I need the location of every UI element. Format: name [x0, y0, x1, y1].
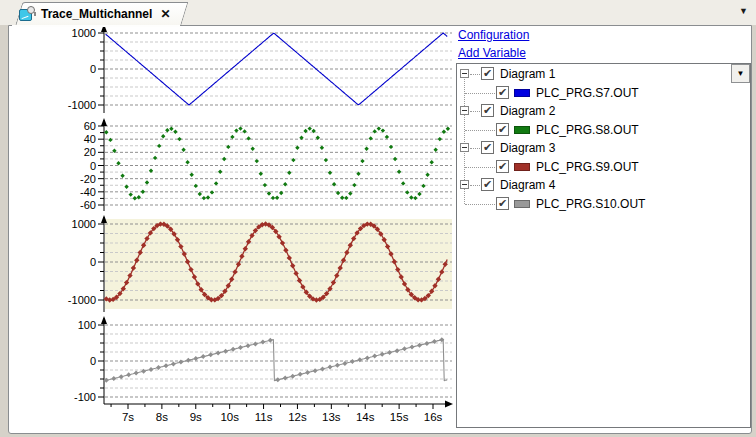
tab-close-icon[interactable]: ✕ [160, 8, 170, 20]
tab-trace-multichannel[interactable]: Trace_Multichannel ✕ [8, 2, 181, 26]
chevron-down-icon: ▼ [737, 69, 745, 78]
trace-icon [19, 6, 36, 22]
tree-item-plc-prg-s10-out[interactable]: ✔PLC_PRG.S10.OUT [457, 195, 750, 213]
dropdown-button[interactable]: ▼ [731, 64, 750, 83]
checkbox-diagram-2[interactable]: ✔ [481, 104, 494, 117]
tab-title: Trace_Multichannel [41, 7, 152, 21]
tree-item-label[interactable]: PLC_PRG.S10.OUT [536, 197, 645, 211]
tree-item-label[interactable]: Diagram 1 [500, 67, 555, 81]
tree-connector [465, 204, 495, 205]
tree-item-diagram-4[interactable]: ✔Diagram 4 [457, 176, 750, 194]
checkbox-plc-prg-s9-out[interactable]: ✔ [496, 160, 509, 173]
svg-text:40: 40 [84, 133, 96, 145]
svg-text:15s: 15s [390, 411, 409, 423]
tab-overflow-icon[interactable]: ▼ [739, 7, 748, 16]
svg-text:-20: -20 [80, 173, 96, 185]
svg-text:1000: 1000 [72, 27, 96, 39]
tab-strip: ▼ Trace_Multichannel ✕ [0, 0, 756, 25]
tree-item-plc-prg-s9-out[interactable]: ✔PLC_PRG.S9.OUT [457, 158, 750, 176]
svg-text:7s: 7s [122, 411, 134, 423]
tree-item-plc-prg-s7-out[interactable]: ✔PLC_PRG.S7.OUT [457, 84, 750, 102]
tree-connector [465, 130, 495, 131]
trace-window: ▼ Trace_Multichannel ✕ 10000-10006040200… [0, 0, 756, 437]
svg-text:60: 60 [84, 120, 96, 132]
checkbox-diagram-1[interactable]: ✔ [481, 67, 494, 80]
content-frame: 10000-10006040200-20-40-6010000-10001000… [8, 25, 752, 434]
color-swatch-plc-prg-s8-out [514, 126, 530, 134]
checkbox-plc-prg-s10-out[interactable]: ✔ [496, 197, 509, 210]
tree-connector [465, 167, 495, 168]
svg-text:13s: 13s [322, 411, 341, 423]
tree-item-plc-prg-s8-out[interactable]: ✔PLC_PRG.S8.OUT [457, 121, 750, 139]
svg-text:20: 20 [84, 146, 96, 158]
svg-text:-100: -100 [74, 391, 96, 403]
svg-text:16s: 16s [424, 411, 443, 423]
svg-text:-60: -60 [80, 199, 96, 211]
plot-diagram-3[interactable]: 10000-1000 [68, 215, 452, 312]
color-swatch-plc-prg-s10-out [514, 200, 530, 208]
variable-tree-panel: ▼ ✔Diagram 1✔PLC_PRG.S7.OUT✔Diagram 2✔PL… [456, 63, 751, 428]
svg-text:14s: 14s [356, 411, 375, 423]
tree-item-diagram-3[interactable]: ✔Diagram 3 [457, 139, 750, 157]
collapse-toggle-diagram-1[interactable] [460, 69, 469, 78]
tree-item-label[interactable]: Diagram 3 [500, 141, 555, 155]
plot-diagram-4[interactable]: 1000-100 [74, 316, 452, 404]
svg-text:0: 0 [90, 160, 96, 172]
svg-text:0: 0 [90, 355, 96, 367]
tree-connector [470, 185, 480, 186]
svg-text:0: 0 [90, 63, 96, 75]
color-swatch-plc-prg-s7-out [514, 89, 530, 97]
add-variable-link[interactable]: Add Variable [458, 46, 526, 60]
tab-content: Trace_Multichannel ✕ [19, 2, 179, 26]
tree-item-label[interactable]: Diagram 4 [500, 178, 555, 192]
svg-text:0: 0 [90, 256, 96, 268]
plot-diagram-1[interactable]: 10000-1000 [68, 26, 452, 113]
svg-text:10s: 10s [220, 411, 239, 423]
svg-text:-1000: -1000 [68, 99, 96, 111]
tree-connector [465, 93, 495, 94]
collapse-toggle-diagram-3[interactable] [460, 143, 469, 152]
tree-item-label[interactable]: Diagram 2 [500, 104, 555, 118]
tree-connector [470, 111, 480, 112]
svg-text:-40: -40 [80, 186, 96, 198]
tree-connector [470, 148, 480, 149]
tree-item-label[interactable]: PLC_PRG.S7.OUT [536, 86, 639, 100]
tree-item-diagram-1[interactable]: ✔Diagram 1 [457, 65, 750, 83]
time-axis: 7s8s9s10s11s12s13s14s15s16s [104, 401, 453, 424]
svg-text:12s: 12s [288, 411, 307, 423]
tree-connector [470, 74, 480, 75]
checkbox-plc-prg-s7-out[interactable]: ✔ [496, 86, 509, 99]
tree-item-label[interactable]: PLC_PRG.S8.OUT [536, 123, 639, 137]
svg-text:100: 100 [78, 319, 96, 331]
collapse-toggle-diagram-2[interactable] [460, 106, 469, 115]
svg-text:-1000: -1000 [68, 294, 96, 306]
collapse-toggle-diagram-4[interactable] [460, 180, 469, 189]
plot-diagram-2[interactable]: 6040200-20-40-60 [80, 118, 452, 211]
color-swatch-plc-prg-s9-out [514, 163, 530, 171]
configuration-link[interactable]: Configuration [458, 28, 529, 42]
series-markers-plc-prg-s8-out [104, 126, 450, 200]
svg-text:8s: 8s [156, 411, 168, 423]
checkbox-diagram-3[interactable]: ✔ [481, 141, 494, 154]
checkbox-plc-prg-s8-out[interactable]: ✔ [496, 123, 509, 136]
svg-text:9s: 9s [190, 411, 202, 423]
tree-item-diagram-2[interactable]: ✔Diagram 2 [457, 102, 750, 120]
checkbox-diagram-4[interactable]: ✔ [481, 178, 494, 191]
tree-item-label[interactable]: PLC_PRG.S9.OUT [536, 160, 639, 174]
svg-text:11s: 11s [255, 411, 273, 423]
svg-text:1000: 1000 [72, 218, 96, 230]
